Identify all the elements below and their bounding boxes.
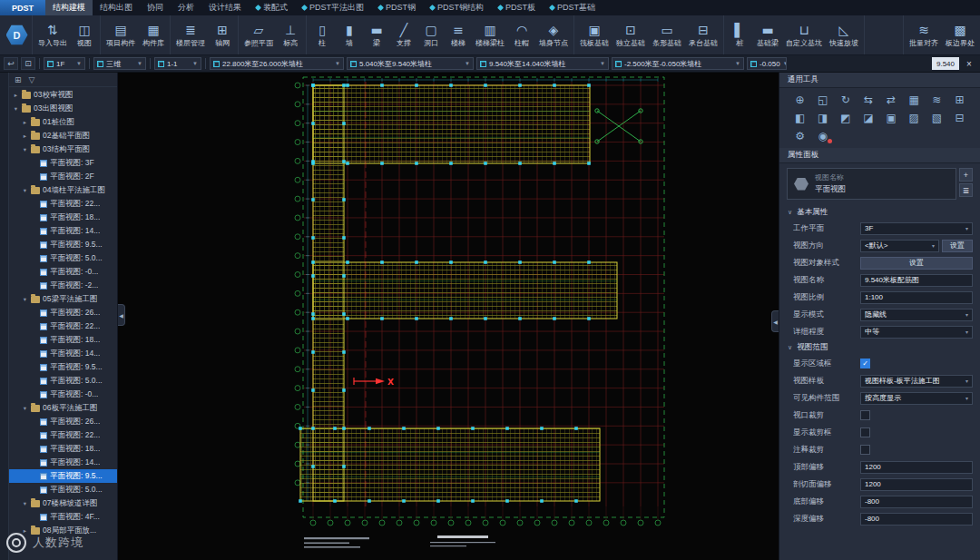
slab-edge-button[interactable]: ▩板边界处	[942, 15, 978, 54]
twisty-icon[interactable]: ▾	[22, 405, 28, 412]
grid-tool-icon[interactable]: ⊞	[948, 94, 971, 106]
tree-item[interactable]: ▾03出图视图	[9, 102, 117, 115]
reference-plane-button[interactable]: ▱参照平面	[240, 15, 277, 54]
back-icon[interactable]: ↩	[4, 57, 18, 70]
tab-1[interactable]: 结构建模	[45, 0, 93, 15]
tab-4[interactable]: 分析	[171, 0, 201, 15]
tree-item[interactable]: ▾04墙柱平法施工图	[9, 183, 117, 197]
tree-item[interactable]: 平面视图: 22...	[9, 428, 117, 442]
tree-item[interactable]: 平面视图: 18...	[9, 211, 117, 224]
left-panel-collapse-handle[interactable]: ◀	[118, 304, 125, 326]
tree-item[interactable]: 平面视图: 2F	[9, 170, 117, 183]
wall-column-range-4[interactable]: -2.500米至-0.050米墙柱▼	[612, 57, 744, 70]
stair-button[interactable]: ≡楼梯	[445, 15, 472, 54]
tree-item[interactable]: 平面视图: 4F...	[9, 510, 117, 524]
brace-button[interactable]: ╱支撑	[390, 15, 417, 54]
region-tool-icon[interactable]: ▣	[880, 113, 903, 124]
tab-8[interactable]: PDST钢	[371, 0, 423, 15]
section-header-2[interactable]: ∨视图范围	[779, 340, 980, 355]
tree-item[interactable]: 平面视图: 5.0...	[9, 483, 117, 496]
tree-item[interactable]: ▸08局部平面放...	[9, 524, 117, 537]
stair-beam-column-button[interactable]: ▥楼梯梁柱	[472, 15, 508, 54]
tree-item[interactable]: 平面视图: 5.0...	[9, 251, 117, 265]
view-object-style-button[interactable]: 设置	[860, 257, 973, 270]
show-region-box-checkbox[interactable]: ✓	[860, 359, 870, 368]
visible-member-range-select[interactable]: 按高度显示▾	[860, 392, 973, 405]
close-view-icon[interactable]: ×	[962, 57, 976, 70]
view-direction-set-button[interactable]: 设置	[942, 240, 973, 252]
section-header-1[interactable]: ∨基本属性	[779, 205, 980, 220]
select-box-icon[interactable]: ⊡	[21, 57, 35, 70]
wall-button[interactable]: ▮墙	[336, 15, 363, 54]
match-tool-icon[interactable]: ≋	[926, 94, 948, 106]
view-name-input[interactable]: 9.540米板配筋图	[860, 274, 973, 287]
view-mode-select[interactable]: 三维▼	[93, 57, 146, 70]
tree-item[interactable]: 平面视图: 14...	[9, 224, 117, 238]
corner-tool-icon[interactable]: ◩	[834, 113, 857, 124]
app-menu-tab[interactable]: PDST	[0, 0, 45, 15]
tree-item[interactable]: 平面视图: 9.5...	[9, 469, 117, 483]
wall-column-range-5[interactable]: -0.050▼	[747, 57, 787, 70]
tree-item[interactable]: ▸03校审视图	[9, 88, 117, 102]
hatch-tool-icon[interactable]: ▨	[903, 113, 926, 124]
view-scale-input[interactable]: 1:100	[860, 291, 973, 304]
wall-column-range-3[interactable]: 9.540米至14.040米墙柱▼	[476, 57, 609, 70]
pile-button[interactable]: ▌桩	[726, 15, 753, 54]
tree-item[interactable]: ▾06板平法施工图	[9, 401, 117, 415]
offset-tool-icon[interactable]: ⇄	[880, 94, 903, 106]
tab-6[interactable]: 装配式	[249, 0, 295, 15]
tree-filter-icon[interactable]: ▽	[29, 75, 35, 84]
tree-item[interactable]: 平面视图: -0...	[9, 388, 117, 401]
tab-5[interactable]: 设计结果	[201, 0, 249, 15]
pile-cap-foundation-button[interactable]: ⊟承台基础	[685, 15, 721, 54]
depth-offset-input[interactable]: -800	[860, 513, 973, 526]
add-view-type-button[interactable]: +	[959, 168, 973, 182]
tab-7[interactable]: PDST平法出图	[295, 0, 371, 15]
tree-item[interactable]: ▸02基础平面图	[9, 129, 117, 142]
level-button[interactable]: ⊥标高	[277, 15, 304, 54]
move-tool-icon[interactable]: ⊕	[789, 94, 811, 106]
twisty-icon[interactable]: ▾	[22, 296, 28, 303]
section-tool-icon[interactable]: ▧	[926, 113, 948, 124]
annotation-crop-checkbox[interactable]	[860, 445, 870, 455]
trim-right-tool-icon[interactable]: ◨	[811, 113, 834, 124]
erase-tool-icon[interactable]: ⊟	[948, 113, 971, 124]
foundation-beam-button[interactable]: ▬基础梁	[753, 15, 782, 54]
opening-button[interactable]: ▢洞口	[417, 15, 445, 54]
tree-item[interactable]: 平面视图: 22...	[9, 197, 117, 211]
detail-level-select[interactable]: 中等▾	[860, 326, 973, 339]
drawing-canvas[interactable]: X	[118, 73, 779, 560]
cut-plane-offset-input[interactable]: 1200	[860, 478, 973, 491]
raft-foundation-button[interactable]: ▣筏板基础	[576, 15, 612, 54]
twisty-icon[interactable]: ▸	[22, 119, 28, 126]
tab-3[interactable]: 协同	[140, 0, 171, 15]
floor-manager-button[interactable]: ≣楼层管理	[172, 15, 209, 54]
tree-item[interactable]: 平面视图: 14...	[9, 456, 117, 469]
chamfer-tool-icon[interactable]: ◪	[857, 113, 879, 124]
column-cap-button[interactable]: ◠柱帽	[508, 15, 535, 54]
project-components-button[interactable]: ▤项目构件	[103, 15, 139, 54]
quick-slope-button[interactable]: ◺快速放坡	[826, 15, 862, 54]
component-library-button[interactable]: ▦构件库	[139, 15, 168, 54]
tree-item[interactable]: 平面视图: 5.0...	[9, 374, 117, 388]
tree-item[interactable]: 平面视图: 9.5...	[9, 238, 117, 251]
view-template-select[interactable]: 视图样板-板平法施工图▾	[860, 375, 973, 388]
rotate-tool-icon[interactable]: ↻	[834, 94, 857, 106]
strip-foundation-button[interactable]: ▭条形基础	[649, 15, 685, 54]
import-export-button[interactable]: ⇅导入导出	[34, 15, 71, 54]
trim-left-tool-icon[interactable]: ◧	[789, 113, 811, 124]
tree-item[interactable]: 平面视图: 9.5...	[9, 360, 117, 374]
work-plane-select[interactable]: 3F▾	[860, 222, 973, 235]
tree-item[interactable]: 平面视图: 18...	[9, 333, 117, 347]
custom-pit-button[interactable]: ⊔自定义基坑	[782, 15, 826, 54]
twisty-icon[interactable]: ▸	[13, 92, 19, 99]
wall-node-button[interactable]: ◈墙身节点	[535, 15, 572, 54]
settings-tool-icon[interactable]: ⚙	[789, 131, 811, 142]
top-offset-input[interactable]: 1200	[860, 461, 973, 474]
twisty-icon[interactable]: ▾	[22, 187, 28, 194]
wall-column-range-2[interactable]: 5.040米至9.540米墙柱▼	[347, 57, 474, 70]
mirror-tool-icon[interactable]: ⇆	[857, 94, 879, 106]
tree-item[interactable]: 平面视图: 22...	[9, 319, 117, 333]
tree-expand-icon[interactable]: ⊞	[15, 75, 22, 84]
beam-button[interactable]: ▬梁	[363, 15, 390, 54]
